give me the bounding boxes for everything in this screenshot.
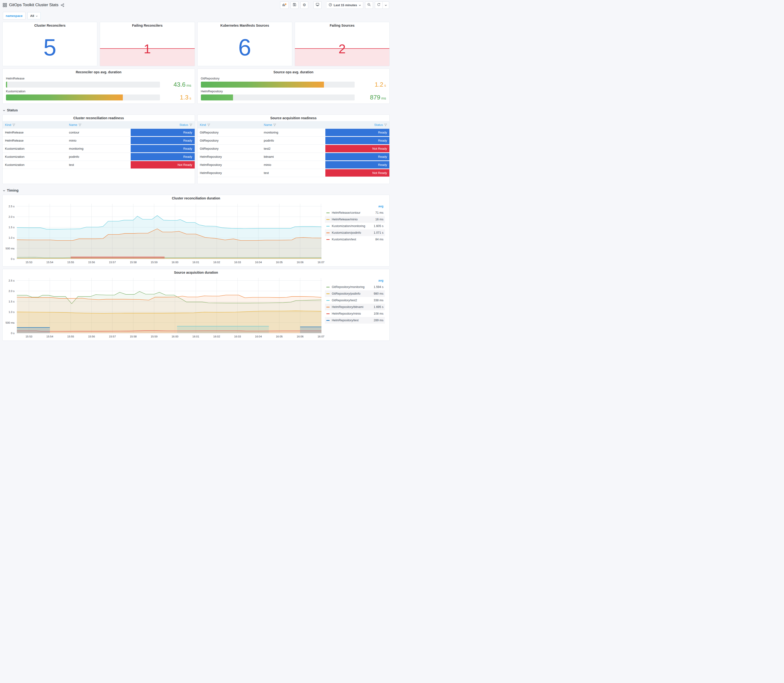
svg-text:500 ms: 500 ms (5, 321, 14, 324)
table-row: GitRepositorytest2Not Ready (197, 145, 390, 153)
cell-name: minio (261, 161, 325, 169)
svg-text:16:01: 16:01 (192, 335, 199, 338)
panel-title[interactable]: Cluster Reconcilers (3, 22, 97, 29)
svg-text:16:05: 16:05 (276, 335, 283, 338)
filter-icon[interactable] (12, 123, 15, 127)
legend-item[interactable]: Kustomization/test84 ms (325, 236, 385, 243)
column-header-status[interactable]: Status (325, 121, 390, 128)
add-panel-button[interactable] (280, 2, 289, 9)
panel-title[interactable]: Source acquisition duration (3, 269, 390, 276)
refresh-interval-button[interactable] (383, 2, 389, 9)
zoom-out-button[interactable] (365, 2, 373, 9)
section-timing[interactable]: Timing (2, 186, 390, 195)
svg-text:15:58: 15:58 (130, 335, 136, 338)
svg-text:15:55: 15:55 (67, 261, 74, 264)
status-badge: Ready (131, 145, 195, 152)
stat-panel: Kubernetes Manifests Sources6 (197, 22, 292, 66)
table-row: KustomizationtestNot Ready (3, 161, 195, 169)
column-header-kind[interactable]: Kind (197, 121, 261, 128)
series-name: HelmRepository/bitnami (332, 305, 374, 309)
cell-kind: GitRepository (197, 145, 261, 153)
gauge-value: 879ms (358, 94, 386, 101)
legend-avg-header[interactable]: avg (325, 204, 385, 209)
svg-text:16:04: 16:04 (255, 261, 262, 264)
time-series-plot[interactable]: 0 s500 ms1.0 s1.5 s2.0 s2.5 s15:5315:541… (3, 201, 325, 265)
panel-title[interactable]: Source ops avg. duration (197, 69, 390, 75)
filter-icon[interactable] (189, 123, 192, 127)
panel-title[interactable]: Cluster reconciliation readiness (3, 115, 195, 121)
gauge-track (6, 82, 160, 88)
section-timing-label: Timing (7, 188, 19, 192)
clock-icon (329, 3, 332, 7)
legend-item[interactable]: HelmRepository/minio108 ms (325, 310, 385, 317)
gauge-row: HelmRelease43.6ms (6, 77, 191, 88)
legend-item[interactable]: Kustomization/monitoring1.605 s (325, 223, 385, 229)
cell-status: Not Ready (131, 161, 195, 169)
status-badge: Ready (325, 153, 390, 160)
status-badge: Ready (325, 161, 390, 168)
gauge-value: 43.6ms (163, 81, 191, 88)
status-badge: Ready (325, 129, 390, 136)
panel-title[interactable]: Failing Reconcilers (100, 22, 194, 29)
gauge-row: HelmRepository879ms (201, 90, 386, 101)
table-row: HelmReleaseminioReady (3, 136, 195, 145)
filter-icon[interactable] (273, 123, 276, 127)
time-range-picker[interactable]: Last 15 minutes (327, 2, 363, 9)
legend-item[interactable]: HelmRepository/bitnami1.695 s (325, 304, 385, 310)
cell-name: contour (67, 128, 131, 136)
filter-icon[interactable] (79, 123, 82, 127)
panel-title[interactable]: Source acquisition readiness (197, 115, 390, 121)
series-avg-value: 1.605 s (374, 224, 383, 228)
cell-status: Not Ready (325, 145, 390, 153)
chevron-down-icon (385, 3, 387, 7)
legend-item[interactable]: GitRepository/test2338 ms (325, 297, 385, 304)
column-header-status[interactable]: Status (131, 121, 195, 128)
refresh-button[interactable] (375, 2, 383, 9)
panel-title[interactable]: Kubernetes Manifests Sources (197, 22, 292, 29)
legend-item[interactable]: GitRepository/monitoring1.594 s (325, 284, 385, 290)
panel-title[interactable]: Cluster reconciliation duration (3, 195, 390, 201)
column-header-name[interactable]: Name (261, 121, 325, 128)
time-series-plot[interactable]: 0 s500 ms1.0 s1.5 s2.0 s2.5 s15:5315:541… (3, 276, 325, 339)
svg-text:15:56: 15:56 (88, 261, 95, 264)
save-dashboard-button[interactable] (290, 2, 298, 9)
series-avg-value: 1.695 s (374, 305, 383, 309)
series-name: Kustomization/monitoring (332, 224, 374, 228)
stat-body: 6 (197, 29, 292, 66)
legend-avg-header[interactable]: avg (325, 279, 385, 284)
gauge-fill (6, 82, 7, 88)
column-header-kind[interactable]: Kind (3, 121, 67, 128)
section-status[interactable]: Status (2, 106, 390, 114)
svg-text:15:53: 15:53 (26, 261, 32, 264)
share-icon[interactable] (61, 3, 64, 7)
legend-item[interactable]: GitRepository/podinfo980 ms (325, 290, 385, 297)
series-avg-value: 1.071 s (374, 231, 383, 234)
svg-text:15:58: 15:58 (130, 261, 136, 264)
filter-icon[interactable] (384, 123, 387, 127)
column-header-name[interactable]: Name (67, 121, 131, 128)
panel-title[interactable]: Failing Sources (295, 22, 390, 29)
settings-icon: ⚙ (303, 3, 306, 7)
dashboard-settings-button[interactable]: ⚙ (300, 2, 308, 9)
svg-text:15:57: 15:57 (109, 261, 116, 264)
cycle-view-button[interactable] (313, 2, 322, 9)
cell-name: podinfo (261, 136, 325, 145)
legend-item[interactable]: Kustomization/podinfo1.071 s (325, 229, 385, 236)
panel-title[interactable]: Reconciler ops avg. duration (3, 69, 195, 75)
panel-cluster-reconciliation-duration: Cluster reconciliation duration0 s500 ms… (2, 195, 390, 266)
cell-status: Ready (325, 161, 390, 169)
namespace-variable-select[interactable]: All (27, 12, 41, 19)
tv-icon (316, 3, 319, 7)
time-range-label: Last 15 minutes (334, 3, 357, 7)
legend-item[interactable]: HelmRelease/minio16 ms (325, 216, 385, 223)
svg-text:15:59: 15:59 (151, 261, 157, 264)
legend-item[interactable]: HelmRelease/contour71 ms (325, 209, 385, 216)
svg-text:16:00: 16:00 (172, 335, 178, 338)
filter-icon[interactable] (207, 123, 210, 127)
svg-text:1.5 s: 1.5 s (8, 226, 14, 229)
legend-item[interactable]: HelmRepository/test289 ms (325, 317, 385, 324)
panel-source-acquisition-duration: Source acquisition duration0 s500 ms1.0 … (2, 269, 390, 341)
svg-text:15:57: 15:57 (109, 335, 116, 338)
cell-kind: Kustomization (3, 145, 67, 153)
status-badge: Not Ready (325, 145, 390, 152)
